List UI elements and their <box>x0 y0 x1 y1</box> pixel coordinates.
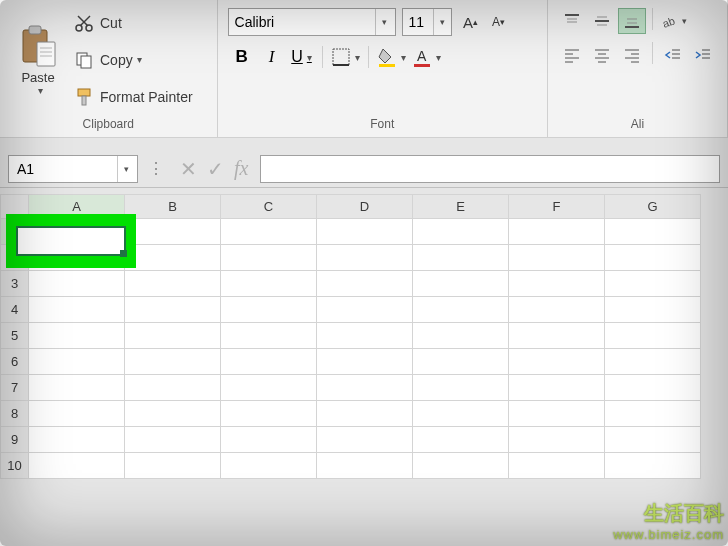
name-box-input[interactable] <box>9 161 117 177</box>
borders-button[interactable]: ▾ <box>329 47 362 67</box>
row-header[interactable]: 7 <box>1 375 29 401</box>
cell[interactable] <box>29 297 125 323</box>
cancel-button[interactable]: ✕ <box>180 157 197 181</box>
cell[interactable] <box>221 375 317 401</box>
cell[interactable] <box>509 427 605 453</box>
cell[interactable] <box>29 375 125 401</box>
cell[interactable] <box>29 323 125 349</box>
cell[interactable] <box>221 427 317 453</box>
cell[interactable] <box>605 427 701 453</box>
cell[interactable] <box>509 297 605 323</box>
cell[interactable] <box>125 245 221 271</box>
copy-dropdown-icon[interactable]: ▾ <box>137 54 142 65</box>
insert-function-button[interactable]: fx <box>234 157 248 181</box>
paste-button[interactable]: Paste ▾ <box>8 4 68 115</box>
cell[interactable] <box>605 271 701 297</box>
cell[interactable] <box>317 375 413 401</box>
orientation-button[interactable]: ab▾ <box>659 8 687 34</box>
cell[interactable] <box>605 375 701 401</box>
cell[interactable] <box>125 427 221 453</box>
cut-button[interactable]: Cut <box>74 8 193 38</box>
cell[interactable] <box>413 427 509 453</box>
cell[interactable] <box>605 453 701 479</box>
cell[interactable] <box>413 323 509 349</box>
name-box[interactable]: ▾ <box>8 155 138 183</box>
active-cell-selection[interactable] <box>16 226 126 256</box>
row-header[interactable]: 6 <box>1 349 29 375</box>
increase-indent-button[interactable] <box>689 42 717 68</box>
cell[interactable] <box>509 271 605 297</box>
formula-input[interactable] <box>260 155 720 183</box>
column-header[interactable]: B <box>125 195 221 219</box>
copy-button[interactable]: Copy ▾ <box>74 45 193 75</box>
enter-button[interactable]: ✓ <box>207 157 224 181</box>
cell[interactable] <box>125 297 221 323</box>
decrease-indent-button[interactable] <box>659 42 687 68</box>
cell[interactable] <box>413 453 509 479</box>
cell[interactable] <box>29 401 125 427</box>
cell[interactable] <box>413 297 509 323</box>
column-header[interactable]: G <box>605 195 701 219</box>
cell[interactable] <box>509 349 605 375</box>
column-header[interactable]: C <box>221 195 317 219</box>
align-right-button[interactable] <box>618 42 646 68</box>
align-top-button[interactable] <box>558 8 586 34</box>
cell[interactable] <box>605 323 701 349</box>
row-header[interactable]: 3 <box>1 271 29 297</box>
column-header[interactable]: F <box>509 195 605 219</box>
borders-dropdown-icon[interactable]: ▾ <box>355 52 360 63</box>
cell[interactable] <box>509 375 605 401</box>
cell[interactable] <box>605 219 701 245</box>
font-color-button[interactable]: A ▾ <box>410 47 443 67</box>
column-header[interactable]: E <box>413 195 509 219</box>
cell[interactable] <box>317 427 413 453</box>
cell[interactable] <box>221 349 317 375</box>
cell[interactable] <box>605 245 701 271</box>
row-header[interactable]: 4 <box>1 297 29 323</box>
font-size-input[interactable] <box>403 14 433 30</box>
align-bottom-button[interactable] <box>618 8 646 34</box>
fill-color-button[interactable]: ▾ <box>375 47 408 67</box>
grow-font-button[interactable]: A▴ <box>458 9 484 35</box>
font-color-dropdown-icon[interactable]: ▾ <box>436 52 441 63</box>
cell[interactable] <box>413 219 509 245</box>
font-name-dropdown-icon[interactable]: ▾ <box>375 9 393 35</box>
font-name-input[interactable] <box>229 14 375 30</box>
cell[interactable] <box>125 271 221 297</box>
cell[interactable] <box>317 349 413 375</box>
font-size-combo[interactable]: ▾ <box>402 8 452 36</box>
italic-button[interactable]: I <box>258 47 286 67</box>
paste-dropdown-icon[interactable]: ▾ <box>38 85 43 96</box>
cell[interactable] <box>413 375 509 401</box>
orientation-dropdown-icon[interactable]: ▾ <box>682 16 687 26</box>
cell[interactable] <box>221 453 317 479</box>
cell[interactable] <box>605 349 701 375</box>
column-header[interactable]: D <box>317 195 413 219</box>
underline-dropdown-icon[interactable]: ▾ <box>307 52 312 63</box>
format-painter-button[interactable]: Format Painter <box>74 82 193 112</box>
fill-color-dropdown-icon[interactable]: ▾ <box>401 52 406 63</box>
bold-button[interactable]: B <box>228 47 256 67</box>
cell[interactable] <box>509 453 605 479</box>
font-size-dropdown-icon[interactable]: ▾ <box>433 9 451 35</box>
cell[interactable] <box>317 297 413 323</box>
name-box-dropdown-icon[interactable]: ▾ <box>117 156 135 182</box>
cell[interactable] <box>317 219 413 245</box>
cell[interactable] <box>29 427 125 453</box>
cell[interactable] <box>317 271 413 297</box>
cell[interactable] <box>125 323 221 349</box>
row-header[interactable]: 9 <box>1 427 29 453</box>
cell[interactable] <box>509 401 605 427</box>
cell[interactable] <box>29 271 125 297</box>
align-middle-button[interactable] <box>588 8 616 34</box>
cell[interactable] <box>605 401 701 427</box>
cell[interactable] <box>413 271 509 297</box>
shrink-font-button[interactable]: A▾ <box>486 9 512 35</box>
cell[interactable] <box>125 349 221 375</box>
cell[interactable] <box>221 323 317 349</box>
cell[interactable] <box>221 219 317 245</box>
cell[interactable] <box>413 401 509 427</box>
fill-handle[interactable] <box>120 250 127 257</box>
cell[interactable] <box>413 349 509 375</box>
align-center-button[interactable] <box>588 42 616 68</box>
